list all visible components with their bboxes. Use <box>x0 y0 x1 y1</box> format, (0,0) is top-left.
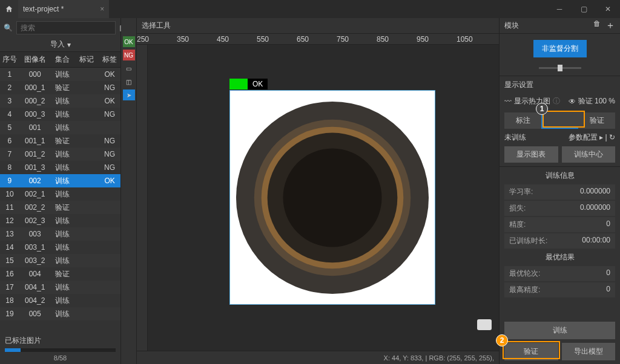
tab-label: text-project * <box>23 5 64 13</box>
rect-tool[interactable]: ▭ <box>123 63 135 74</box>
table-row[interactable]: 16004验证 <box>0 267 120 281</box>
keyboard-icon[interactable] <box>477 319 492 330</box>
progress-bar <box>5 348 116 352</box>
tab-label[interactable]: 标注 <box>504 112 541 129</box>
right-panel: 模块 🗑 ＋ 非监督分割 显示设置 〰显示热力图ⓘ 👁验证 100 % 标注 训… <box>499 18 620 364</box>
status-bar: X: 44, Y: 833, | RGB: (255, 255, 255), <box>137 351 499 364</box>
delete-icon[interactable]: 🗑 <box>593 19 601 32</box>
maximize-icon[interactable]: ▢ <box>572 0 596 18</box>
canvas-title: 选择工具 <box>137 18 499 34</box>
table-row[interactable]: 13003训练 <box>0 227 120 241</box>
table-row[interactable]: 2000_1验证NG <box>0 81 120 94</box>
table-row[interactable]: 15003_2训练 <box>0 254 120 267</box>
arrow-tool[interactable]: ➤ <box>123 89 135 100</box>
table-body: 1000训练OK2000_1验证NG3000_2训练OK4000_3训练NG50… <box>0 68 120 333</box>
best-title: 最优结果 <box>504 252 615 262</box>
mode-tabs: 标注 训练 验证 1 <box>504 112 615 129</box>
info-row: 最高精度:0 <box>504 282 615 297</box>
callout-2: 2 <box>496 334 508 346</box>
train-center-button[interactable]: 训练中心 <box>562 146 616 163</box>
svg-point-5 <box>283 148 381 247</box>
ng-tool[interactable]: NG <box>123 50 135 60</box>
train-info-title: 训练信息 <box>504 171 615 181</box>
minimize-icon[interactable]: ─ <box>547 0 572 18</box>
untrained-label: 未训练 <box>504 132 526 143</box>
table-row[interactable]: 4000_3训练NG <box>0 108 120 121</box>
table-row[interactable]: 12002_3训练 <box>0 214 120 227</box>
module-button[interactable]: 非监督分割 <box>533 40 587 57</box>
display-title: 显示设置 <box>504 80 615 90</box>
info-row: 最优轮次:0 <box>504 266 615 281</box>
train-button[interactable]: 训练 <box>504 322 615 339</box>
table-row[interactable]: 14003_1训练 <box>0 241 120 254</box>
table-row[interactable]: 18004_2训练 <box>0 294 120 307</box>
table-row[interactable]: 3000_2训练OK <box>0 94 120 108</box>
table-row[interactable]: 19005训练 <box>0 307 120 320</box>
eye-icon[interactable]: 👁 <box>569 97 576 106</box>
image-label: OK <box>229 79 268 89</box>
footer-label: 已标注图片 <box>5 336 116 346</box>
table-row[interactable]: 5001训练 <box>0 121 120 134</box>
config-link[interactable]: 参数配置 ▸ | ↻ <box>569 132 615 143</box>
info-row: 损失:0.000000 <box>504 201 615 216</box>
select-tool[interactable]: ◫ <box>123 76 135 87</box>
table-row[interactable]: 1000训练OK <box>0 68 120 81</box>
table-row[interactable]: 17004_1训练 <box>0 281 120 294</box>
show-chart-button[interactable]: 显示图表 <box>504 146 558 163</box>
image-frame[interactable] <box>229 90 435 305</box>
canvas-panel: 选择工具 2503504505506507508509501050 OK <box>137 18 499 364</box>
table-row[interactable]: 11002_2验证 <box>0 201 120 214</box>
table-header: 序号 图像名 集合 标记 标签 <box>0 52 120 68</box>
search-icon: 🔍 <box>4 22 13 33</box>
project-tab[interactable]: text-project * × <box>18 0 109 18</box>
module-slider[interactable] <box>500 63 620 72</box>
progress-text: 8/58 <box>5 354 116 362</box>
info-row: 学习率:0.000000 <box>504 184 615 200</box>
module-title: 模块 <box>504 21 519 31</box>
import-button[interactable]: 导入▾ <box>0 37 120 52</box>
add-icon[interactable]: ＋ <box>605 19 615 32</box>
table-row[interactable]: 7001_2训练NG <box>0 148 120 161</box>
ok-tool[interactable]: OK <box>123 36 135 47</box>
tool-column: OK NG ▭ ◫ ➤ <box>121 18 137 364</box>
tab-close-icon[interactable]: × <box>100 5 104 13</box>
info-row: 精度:0 <box>504 217 615 232</box>
close-icon[interactable]: ✕ <box>596 0 620 18</box>
table-row[interactable]: 6001_1验证NG <box>0 134 120 148</box>
table-row[interactable]: 9002训练OK <box>0 174 120 187</box>
heatmap-icon: 〰 <box>504 97 512 106</box>
search-input[interactable] <box>16 21 116 34</box>
info-row: 已训练时长:00:00:00 <box>504 233 615 249</box>
ruler-vertical <box>137 45 148 351</box>
export-button[interactable]: 导出模型 <box>562 343 616 360</box>
ruler-horizontal: 2503504505506507508509501050 <box>137 34 499 45</box>
table-row[interactable]: 8001_3训练NG <box>0 161 120 174</box>
callout-1: 1 <box>536 103 548 115</box>
home-icon[interactable] <box>0 0 18 18</box>
left-panel: 🔍 ▦ ≡ ⚍ 导入▾ 序号 图像名 集合 标记 标签 1000训练OK2000… <box>0 18 121 364</box>
titlebar: text-project * × ─ ▢ ✕ <box>0 0 620 18</box>
canvas-area[interactable]: OK <box>148 45 499 351</box>
table-row[interactable]: 10002_1训练 <box>0 187 120 201</box>
